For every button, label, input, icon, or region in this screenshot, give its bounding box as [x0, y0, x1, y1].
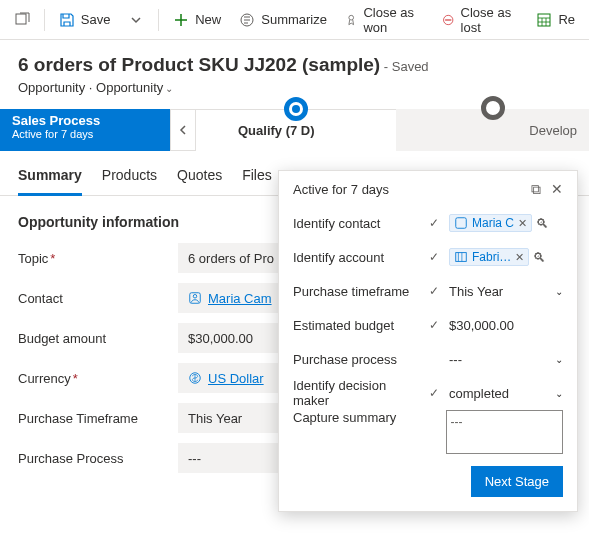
currency-label: Currency — [18, 371, 71, 386]
tab-files[interactable]: Files — [242, 161, 272, 195]
close-won-label: Close as won — [363, 5, 424, 35]
stage-qualify[interactable]: Qualify (7 D) — [196, 109, 396, 151]
currency-icon — [188, 371, 202, 385]
close-lost-button[interactable]: Close as lost — [434, 0, 526, 41]
search-icon[interactable]: 🔍︎ — [533, 250, 546, 265]
save-button[interactable]: Save — [51, 6, 119, 34]
identify-contact-field[interactable]: Maria C✕ 🔍︎ — [449, 214, 563, 232]
check-icon: ✓ — [429, 284, 443, 298]
save-dropdown[interactable] — [120, 6, 152, 34]
new-label: New — [195, 12, 221, 27]
estimated-budget-label: Estimated budget — [293, 318, 423, 333]
svg-rect-9 — [456, 253, 467, 262]
stage-indicator-active-icon — [284, 97, 308, 121]
stage-flyout: Active for 7 days ⧉ ✕ Identify contact ✓… — [278, 170, 578, 512]
clear-icon[interactable]: ✕ — [515, 251, 524, 264]
check-icon: ✓ — [429, 318, 443, 332]
close-icon[interactable]: ✕ — [551, 181, 563, 198]
stage-active[interactable]: Sales Process Active for 7 days — [0, 109, 170, 151]
purchase-timeframe-label: Purchase timeframe — [293, 284, 423, 299]
summarize-label: Summarize — [261, 12, 327, 27]
recalculate-button[interactable]: Re — [528, 6, 583, 34]
budget-label: Budget amount — [18, 331, 178, 346]
svg-rect-0 — [16, 14, 26, 24]
rec-label: Re — [558, 12, 575, 27]
identify-account-label: Identify account — [293, 250, 423, 265]
close-lost-label: Close as lost — [461, 5, 519, 35]
contact-label: Contact — [18, 291, 178, 306]
purchase-process-label: Purchase process — [293, 352, 423, 367]
topic-label: Topic — [18, 251, 48, 266]
expand-button[interactable] — [6, 6, 38, 34]
decision-maker-label: Identify decision maker — [293, 378, 423, 408]
stage-develop[interactable]: Develop — [396, 109, 589, 151]
pp-label: Purchase Process — [18, 451, 178, 466]
new-button[interactable]: New — [165, 6, 229, 34]
page-title: 6 orders of Product SKU JJ202 (sample) — [18, 54, 380, 75]
summarize-button[interactable]: Summarize — [231, 6, 335, 34]
chevron-down-icon: ⌄ — [555, 354, 563, 365]
stage-indicator-icon — [481, 96, 505, 120]
close-won-button[interactable]: Close as won — [337, 0, 432, 41]
purchase-process-select[interactable]: ---⌄ — [449, 352, 563, 367]
chevron-down-icon: ⌄ — [555, 388, 563, 399]
next-stage-button[interactable]: Next Stage — [471, 466, 563, 497]
identify-account-field[interactable]: Fabri…✕ 🔍︎ — [449, 248, 563, 266]
chevron-down-icon[interactable]: ⌄ — [165, 83, 173, 94]
check-icon: ✓ — [429, 386, 443, 400]
stage-back-button[interactable] — [170, 109, 196, 151]
capture-summary-label: Capture summary — [293, 410, 420, 425]
svg-point-2 — [349, 15, 354, 20]
identify-contact-label: Identify contact — [293, 216, 423, 231]
check-icon: ✓ — [429, 216, 443, 230]
tab-quotes[interactable]: Quotes — [177, 161, 222, 195]
estimated-budget-field[interactable]: $30,000.00 — [449, 318, 563, 333]
check-icon: ✓ — [429, 250, 443, 264]
tab-summary[interactable]: Summary — [18, 161, 82, 196]
saved-indicator: - Saved — [384, 59, 429, 74]
decision-maker-select[interactable]: completed⌄ — [449, 386, 563, 401]
contact-icon — [188, 291, 202, 305]
svg-rect-8 — [456, 218, 467, 229]
svg-rect-4 — [538, 14, 550, 26]
capture-summary-field[interactable]: --- — [446, 410, 563, 454]
purchase-timeframe-select[interactable]: This Year⌄ — [449, 284, 563, 299]
save-label: Save — [81, 12, 111, 27]
svg-point-6 — [193, 295, 197, 299]
flyout-title: Active for 7 days — [293, 182, 389, 197]
breadcrumb: Opportunity · Opportunity⌄ — [18, 80, 571, 95]
tab-products[interactable]: Products — [102, 161, 157, 195]
popout-icon[interactable]: ⧉ — [531, 181, 541, 198]
clear-icon[interactable]: ✕ — [518, 217, 527, 230]
ptf-label: Purchase Timeframe — [18, 411, 178, 426]
search-icon[interactable]: 🔍︎ — [536, 216, 549, 231]
chevron-down-icon: ⌄ — [555, 286, 563, 297]
